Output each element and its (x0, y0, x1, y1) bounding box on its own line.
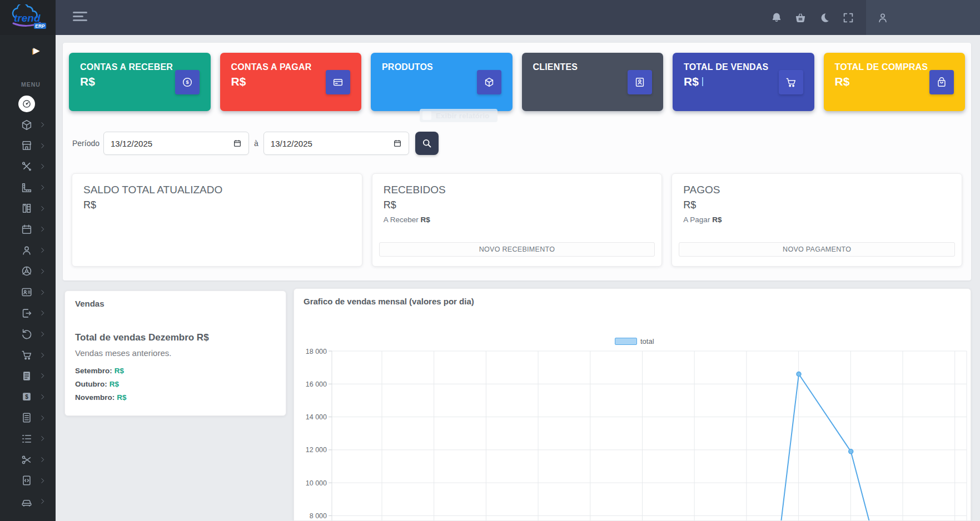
search-icon (421, 138, 432, 149)
vendas-title: Vendas (75, 299, 105, 308)
dashboard-icon (18, 96, 35, 112)
svg-text:18 000: 18 000 (306, 348, 327, 355)
month-total: Novembro:R$ (75, 393, 127, 402)
list-icon (20, 432, 33, 445)
svg-text:8 000: 8 000 (310, 512, 327, 520)
sidebar-item-person[interactable] (0, 240, 56, 261)
summary-card-total-de-vendas[interactable]: TOTAL DE VENDASR$ (673, 53, 814, 111)
summary-card-contas-a-receber[interactable]: CONTAS A RECEBERR$$ (69, 53, 211, 111)
fullscreen-icon[interactable] (842, 11, 854, 24)
card-title: CONTAS A PAGAR (231, 62, 312, 72)
sidebar-expand-arrow-icon[interactable]: ▶ (33, 46, 40, 56)
info-card-value: R$ (683, 199, 696, 211)
sidebar-item-file-code[interactable] (0, 470, 56, 491)
recebidos-button[interactable]: NOVO RECEBIMENTO (379, 242, 655, 257)
basket-icon[interactable] (794, 11, 807, 24)
sidebar-item-inventory[interactable] (0, 198, 56, 219)
card-title: TOTAL DE COMPRAS (835, 62, 928, 72)
top-header (56, 0, 980, 35)
package-icon (20, 118, 33, 132)
info-cards-row: SALDO TOTAL ATUALIZADOR$RECEBIDOSR$A Rec… (72, 173, 962, 267)
wheel-icon (20, 264, 33, 278)
date-from-value: 13/12/2025 (111, 139, 152, 148)
sidebar-item-finance[interactable]: $ (0, 387, 56, 408)
sidebar-item-id-card[interactable] (0, 282, 56, 303)
info-card-saldo-total: SALDO TOTAL ATUALIZADOR$ (72, 173, 362, 267)
info-card-value: R$ (384, 199, 396, 211)
date-from-input[interactable]: 13/12/2025 (103, 132, 249, 155)
coin-icon: $ (175, 70, 200, 94)
finance-icon: $ (20, 390, 33, 403)
undo-icon (20, 327, 33, 340)
date-to-input[interactable]: 13/12/2025 (263, 132, 409, 155)
hamburger-menu-icon[interactable] (73, 12, 88, 23)
sidebar: trend ERP ▶ MENU $ (0, 0, 56, 521)
sign-out-icon (20, 307, 33, 320)
sidebar-item-vehicle[interactable] (0, 491, 56, 512)
info-card-value: R$ (83, 199, 96, 211)
sidebar-item-store[interactable] (0, 135, 56, 156)
chevron-right-icon (38, 330, 46, 338)
app-logo[interactable]: trend ERP (0, 0, 56, 35)
ghost-tooltip: Exibir relatório (420, 109, 498, 122)
vehicle-icon (20, 495, 33, 508)
svg-text:16 000: 16 000 (306, 380, 327, 388)
sidebar-item-tools[interactable] (0, 156, 56, 177)
calendar-icon (393, 139, 402, 148)
sidebar-item-dashboard[interactable] (0, 93, 56, 114)
summary-card-produtos[interactable]: PRODUTOS (371, 53, 513, 111)
sidebar-item-package[interactable] (0, 114, 56, 136)
chevron-right-icon (38, 498, 46, 505)
menu-label: MENU (21, 81, 41, 88)
chevron-right-icon (38, 163, 46, 171)
vendas-total: Total de vendas Dezembro R$ (75, 332, 209, 343)
document-filled-icon (20, 369, 33, 383)
logo-sub-text: ERP (35, 23, 45, 29)
card-title: TOTAL DE VENDAS (684, 62, 768, 72)
summary-cards-row: CONTAS A RECEBERR$$CONTAS A PAGARR$PRODU… (69, 53, 965, 111)
sidebar-item-document-filled[interactable] (0, 365, 56, 387)
svg-text:$: $ (25, 394, 28, 400)
summary-card-clientes[interactable]: CLIENTES (522, 53, 664, 111)
sidebar-item-undo[interactable] (0, 324, 56, 345)
svg-text:14 000: 14 000 (306, 413, 327, 421)
store-icon (20, 139, 33, 152)
chevron-right-icon (38, 435, 46, 443)
sidebar-item-cart[interactable] (0, 344, 56, 365)
invoice-icon (20, 411, 33, 424)
chevron-right-icon (38, 456, 46, 464)
chevron-right-icon (38, 309, 46, 317)
sidebar-item-ruler[interactable] (0, 177, 56, 198)
period-separator: à (254, 139, 258, 148)
search-button[interactable] (415, 132, 439, 155)
svg-text:10 000: 10 000 (306, 479, 327, 487)
chevron-right-icon (38, 372, 46, 380)
inventory-icon (20, 202, 33, 215)
sidebar-item-wheel[interactable] (0, 261, 56, 282)
user-menu[interactable] (866, 0, 980, 35)
text-cursor (702, 77, 703, 86)
dark-mode-icon[interactable] (818, 11, 830, 24)
scissors-icon (20, 453, 33, 467)
card-title: PRODUTOS (382, 62, 433, 72)
card-title: CLIENTES (533, 62, 578, 72)
month-total: Outubro:R$ (75, 380, 127, 388)
card-value: R$ (835, 75, 850, 88)
sidebar-item-calendar[interactable] (0, 219, 56, 240)
sidebar-item-scissors[interactable] (0, 449, 56, 470)
chevron-right-icon (38, 351, 46, 359)
logo-text: trend (14, 12, 41, 24)
cube-icon (477, 70, 501, 94)
sidebar-item-list[interactable] (0, 428, 56, 449)
sidebar-item-sign-out[interactable] (0, 303, 56, 324)
summary-card-total-de-compras[interactable]: TOTAL DE COMPRASR$ (824, 53, 966, 111)
ruler-icon (20, 181, 33, 194)
sales-line-chart: 18 00016 00014 00012 00010 0008 000 (294, 344, 971, 521)
card-value: R$ (231, 75, 246, 88)
id-card-icon (20, 285, 33, 299)
notifications-icon[interactable] (770, 11, 783, 24)
pagos-button[interactable]: NOVO PAGAMENTO (679, 242, 955, 257)
personcard-icon (628, 70, 652, 94)
summary-card-contas-a-pagar[interactable]: CONTAS A PAGARR$ (220, 53, 362, 111)
sidebar-item-invoice[interactable] (0, 407, 56, 428)
